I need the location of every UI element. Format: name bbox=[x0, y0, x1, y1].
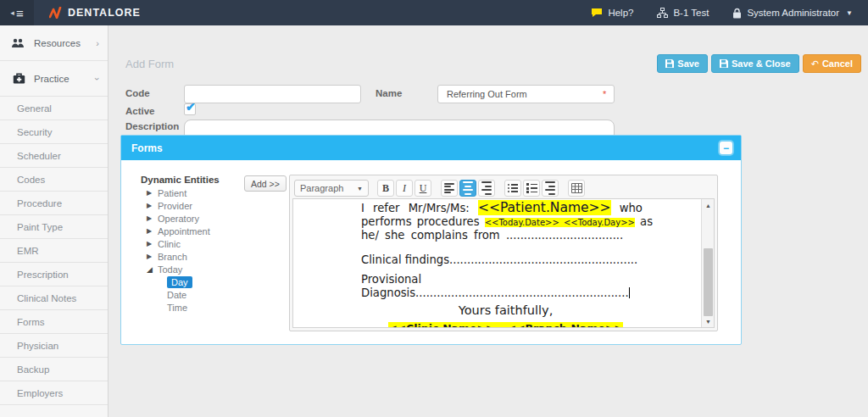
underline-button[interactable]: U bbox=[415, 180, 431, 197]
top-navbar: ◂ ≡ DENTALORE Help? B-1 Test bbox=[0, 0, 868, 25]
sidebar-item-label: Resources bbox=[34, 38, 81, 48]
save-button[interactable]: Save bbox=[657, 54, 708, 73]
sidebar-nav: Resources›Practice›GeneralSecuritySchedu… bbox=[0, 25, 108, 417]
sidebar-item-paint-type[interactable]: Paint Type bbox=[0, 215, 108, 239]
tree-collapsed-icon[interactable]: ▶ bbox=[147, 202, 158, 209]
scroll-up-icon[interactable]: ▲ bbox=[702, 199, 715, 211]
indent-button[interactable] bbox=[542, 180, 559, 197]
floppy-disk-icon bbox=[665, 59, 674, 68]
editor-text-segment: performs procedures bbox=[361, 215, 485, 228]
collapse-arrow-icon: ◂ bbox=[10, 8, 14, 17]
sidebar-item-emr[interactable]: EMR bbox=[0, 239, 108, 263]
sidebar-item-prescription[interactable]: Prescription bbox=[0, 263, 108, 286]
sidebar-item-physician[interactable]: Physician bbox=[0, 334, 108, 358]
italic-button[interactable]: I bbox=[396, 180, 413, 197]
tree-collapsed-icon[interactable]: ▶ bbox=[147, 240, 158, 247]
sidebar-item-label: Backup bbox=[17, 364, 49, 375]
align-right-icon bbox=[481, 180, 492, 196]
align-left-button[interactable] bbox=[441, 180, 458, 197]
name-input[interactable] bbox=[437, 85, 615, 103]
editor-text-segment: I refer Mr/Mrs/Ms: bbox=[361, 202, 478, 214]
code-input[interactable] bbox=[184, 85, 361, 103]
align-right-button[interactable] bbox=[478, 180, 495, 197]
active-checkbox[interactable]: ✔ bbox=[184, 103, 196, 115]
tree-collapsed-icon[interactable]: ▶ bbox=[147, 214, 158, 222]
sidebar-item-employers[interactable]: Employers bbox=[0, 381, 108, 405]
forms-panel-title: Forms bbox=[131, 142, 163, 154]
scroll-down-icon[interactable]: ▼ bbox=[702, 315, 715, 327]
brand-name: DENTALORE bbox=[68, 7, 141, 19]
sidebar-item-forms[interactable]: Forms bbox=[0, 310, 108, 334]
paragraph-style-select[interactable]: Paragraph ▼ bbox=[294, 180, 369, 197]
chevron-down-icon: › bbox=[92, 77, 103, 81]
tree-expanded-icon[interactable]: ◢ bbox=[147, 265, 158, 274]
sidebar-item-general[interactable]: General bbox=[0, 97, 108, 120]
sidebar-item-security[interactable]: Security bbox=[0, 120, 108, 144]
sidebar-item-label: EMR bbox=[17, 246, 39, 256]
chat-help-icon bbox=[591, 8, 603, 18]
numbered-list-button[interactable] bbox=[523, 180, 540, 197]
editor-content-area[interactable]: I refer Mr/Mrs/Ms: <<Patient.Name>> whop… bbox=[292, 198, 715, 328]
table-icon bbox=[571, 183, 582, 193]
branch-selector[interactable]: B-1 Test bbox=[657, 8, 709, 18]
editor-text-segment: Provisional bbox=[361, 273, 421, 286]
sidebar-item-clinical-notes[interactable]: Clinical Notes bbox=[0, 286, 108, 310]
sidebar-item-procedure[interactable]: Procedure bbox=[0, 192, 108, 215]
tree-node-operatory[interactable]: ▶Operatory bbox=[141, 212, 251, 225]
dynamic-entities-tree: ▶Patient▶Provider▶Operatory▶Appointment▶… bbox=[141, 186, 251, 314]
tree-node-branch[interactable]: ▶Branch bbox=[141, 250, 251, 263]
sidebar-item-label: Employers bbox=[17, 388, 63, 398]
sidebar-item-backup[interactable]: Backup bbox=[0, 358, 108, 381]
tree-node-clinic[interactable]: ▶Clinic bbox=[141, 237, 251, 250]
sidebar-item-label: Physician bbox=[17, 341, 58, 351]
user-menu[interactable]: System Administrator ▼ bbox=[732, 8, 853, 19]
active-label: Active bbox=[125, 106, 155, 116]
scrollbar-thumb[interactable] bbox=[704, 248, 713, 316]
tree-collapsed-icon[interactable]: ▶ bbox=[147, 253, 158, 260]
name-label: Name bbox=[376, 88, 402, 98]
insert-table-button[interactable] bbox=[568, 180, 585, 197]
add-entity-button[interactable]: Add >> bbox=[244, 175, 287, 192]
bullet-list-button[interactable] bbox=[504, 180, 521, 197]
help-menu[interactable]: Help? bbox=[591, 8, 633, 18]
app-logo[interactable]: DENTALORE bbox=[49, 7, 141, 19]
sidebar-item-accounting[interactable]: $Accounting› bbox=[0, 405, 108, 417]
tree-node-patient[interactable]: ▶Patient bbox=[141, 186, 251, 199]
tree-collapsed-icon[interactable]: ▶ bbox=[147, 227, 158, 235]
sidebar-item-practice[interactable]: Practice› bbox=[0, 61, 108, 97]
sidebar-item-label: Scheduler bbox=[17, 151, 61, 161]
sidebar-item-label: Clinical Notes bbox=[17, 293, 76, 303]
editor-line: he/ she complains from .................… bbox=[361, 229, 650, 242]
lock-icon bbox=[732, 8, 742, 19]
tree-node-appointment[interactable]: ▶Appointment bbox=[141, 225, 251, 237]
panel-collapse-button[interactable]: − bbox=[720, 142, 732, 154]
align-center-button[interactable] bbox=[459, 180, 476, 197]
checkmark-icon: ✔ bbox=[186, 100, 196, 114]
tree-node-day[interactable]: Day bbox=[141, 275, 251, 288]
page-title: Add Form bbox=[125, 58, 174, 70]
rich-text-editor: Paragraph ▼ B I U bbox=[289, 175, 718, 331]
cancel-button[interactable]: ↶ Cancel bbox=[803, 54, 861, 73]
tree-node-time[interactable]: Time bbox=[141, 301, 251, 314]
sidebar-item-codes[interactable]: Codes bbox=[0, 168, 108, 192]
editor-scrollbar[interactable]: ▲ ▼ bbox=[701, 199, 714, 327]
tree-node-date[interactable]: Date bbox=[141, 288, 251, 301]
sidebar-item-resources[interactable]: Resources› bbox=[0, 25, 108, 61]
numbered-list-icon bbox=[526, 181, 537, 194]
tree-node-label: Appointment bbox=[158, 226, 210, 236]
undo-arrow-icon: ↶ bbox=[811, 58, 819, 70]
tree-collapsed-icon[interactable]: ▶ bbox=[147, 189, 158, 197]
sidebar-item-label: Paint Type bbox=[17, 222, 63, 232]
sidebar-item-label: General bbox=[17, 103, 52, 114]
editor-document[interactable]: I refer Mr/Mrs/Ms: <<Patient.Name>> whop… bbox=[293, 199, 701, 327]
tree-node-provider[interactable]: ▶Provider bbox=[141, 199, 251, 212]
save-and-close-button[interactable]: Save & Close bbox=[711, 54, 799, 73]
sidebar-item-scheduler[interactable]: Scheduler bbox=[0, 144, 108, 168]
brand-mark-icon bbox=[49, 7, 63, 19]
bold-button[interactable]: B bbox=[377, 180, 394, 197]
sidebar-toggle-button[interactable]: ◂ ≡ bbox=[0, 0, 34, 25]
floppy-disk-icon bbox=[720, 59, 728, 68]
tree-node-label: Operatory bbox=[158, 214, 199, 224]
tree-node-today[interactable]: ◢Today bbox=[141, 263, 251, 275]
forms-panel-header: Forms − bbox=[121, 136, 741, 160]
